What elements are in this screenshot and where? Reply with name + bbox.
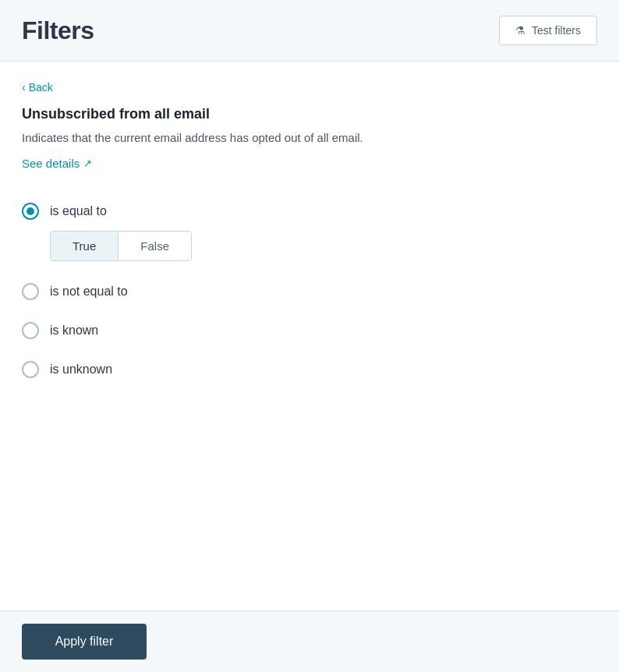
see-details-link[interactable]: See details ↗: [22, 157, 92, 170]
filter-title: Unsubscribed from all email: [22, 106, 597, 122]
option-label-is-equal-to: is equal to: [50, 204, 107, 218]
option-label-is-unknown: is unknown: [50, 363, 112, 377]
toggle-group: True False: [50, 231, 192, 261]
see-details-label: See details: [22, 157, 80, 170]
toggle-false-button[interactable]: False: [118, 232, 191, 260]
toggle-true-button[interactable]: True: [51, 232, 118, 260]
apply-filter-button[interactable]: Apply filter: [22, 624, 147, 660]
test-filters-label: Test filters: [532, 24, 581, 37]
test-filters-button[interactable]: ⚗ Test filters: [499, 16, 597, 45]
option-is-known[interactable]: is known: [22, 311, 597, 350]
header: Filters ⚗ Test filters: [0, 0, 619, 62]
option-is-equal-to[interactable]: is equal to: [22, 192, 597, 231]
radio-is-unknown[interactable]: [22, 361, 39, 378]
content-area: ‹ Back Unsubscribed from all email Indic…: [0, 62, 619, 646]
external-link-icon: ↗: [83, 157, 92, 169]
apply-filter-label: Apply filter: [55, 635, 114, 648]
toggle-true-label: True: [73, 239, 96, 253]
filter-description: Indicates that the current email address…: [22, 129, 597, 147]
flask-icon: ⚗: [515, 24, 525, 37]
radio-is-known[interactable]: [22, 322, 39, 339]
option-label-is-known: is known: [50, 324, 98, 338]
apply-filter-section: Apply filter: [0, 610, 619, 672]
option-is-unknown[interactable]: is unknown: [22, 350, 597, 389]
page-title: Filters: [22, 16, 94, 45]
option-label-is-not-equal-to: is not equal to: [50, 285, 128, 299]
back-link[interactable]: ‹ Back: [22, 81, 53, 94]
radio-is-not-equal-to[interactable]: [22, 283, 39, 300]
filter-options: is equal to True False is not equal to i…: [22, 192, 597, 389]
option-is-not-equal-to[interactable]: is not equal to: [22, 272, 597, 311]
back-label: Back: [29, 81, 53, 94]
toggle-false-label: False: [140, 239, 169, 253]
radio-is-equal-to[interactable]: [22, 203, 39, 220]
chevron-left-icon: ‹: [22, 81, 26, 94]
